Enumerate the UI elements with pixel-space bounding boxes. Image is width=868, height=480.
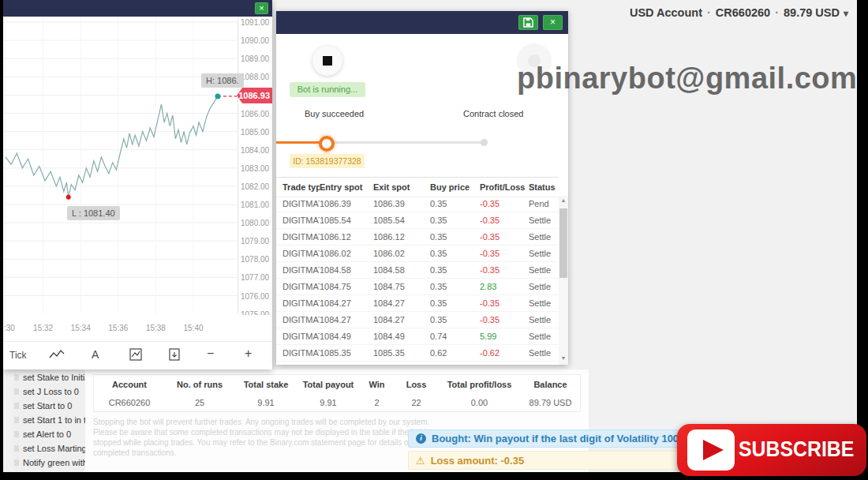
progress-track-active bbox=[276, 141, 325, 144]
summary-value: CR660260 bbox=[94, 398, 165, 407]
youtube-play-icon bbox=[687, 429, 735, 471]
download-icon[interactable] bbox=[169, 348, 180, 363]
table-cell: 1085.35 bbox=[373, 348, 430, 358]
table-cell: 1084.27 bbox=[320, 315, 373, 324]
table-cell: DIGITMAT bbox=[276, 298, 320, 308]
bot-status-badge: Bot is running... bbox=[290, 82, 365, 97]
close-icon[interactable]: × bbox=[255, 2, 268, 14]
save-icon[interactable] bbox=[518, 15, 538, 30]
menu-item[interactable]: set J Loss to 0 bbox=[13, 384, 85, 399]
x-axis-label: 15:34 bbox=[71, 324, 91, 332]
y-axis-label: 1077.00 bbox=[241, 273, 269, 282]
summary-column-header: Loss bbox=[395, 380, 438, 389]
summary-column-header: Total stake bbox=[234, 380, 297, 389]
bot-panel-titlebar[interactable]: × bbox=[276, 11, 568, 34]
step-contract-closed: Contract closed bbox=[463, 109, 523, 118]
table-scrollbar[interactable]: ▲ ▼ bbox=[559, 196, 568, 365]
menu-item[interactable]: Notify green with s..... bbox=[13, 456, 85, 470]
table-row: DIGITMAT1086.121086.120.35-0.35Settle bbox=[276, 229, 559, 246]
menu-item[interactable]: set Start to 0 bbox=[13, 399, 85, 413]
x-axis-label: 15:38 bbox=[146, 324, 166, 332]
table-cell: 1086.02 bbox=[373, 249, 430, 258]
summary-column-header: Win bbox=[359, 380, 395, 389]
trades-column-header: Trade type bbox=[276, 182, 320, 192]
table-row: DIGITMAT1084.491084.490.745.99Settle bbox=[276, 328, 559, 345]
table-cell: DIGITMAT bbox=[276, 249, 320, 258]
table-cell: Settle bbox=[529, 298, 559, 308]
y-axis: 1091.001090.001089.001088.001087.001086.… bbox=[241, 17, 272, 315]
table-cell: Pend bbox=[529, 199, 559, 208]
scroll-down-icon[interactable]: ▼ bbox=[559, 354, 568, 363]
chart-type-icon[interactable] bbox=[49, 349, 65, 362]
zoom-out-icon[interactable]: − bbox=[207, 347, 214, 361]
table-cell: -0.35 bbox=[480, 216, 529, 225]
y-axis-label: 1079.00 bbox=[241, 237, 269, 246]
separator-dot: · bbox=[707, 6, 711, 19]
table-cell: -0.35 bbox=[480, 315, 529, 324]
account-type: USD Account bbox=[630, 6, 702, 19]
summary-column-header: Account bbox=[94, 380, 165, 389]
account-selector[interactable]: USD Account·CR660260·89.79 USD▾ bbox=[630, 6, 848, 19]
x-axis-label: :30 bbox=[4, 324, 15, 332]
chart-window-titlebar[interactable]: × bbox=[3, 0, 272, 17]
stop-bot-disclaimer: Stopping the bot will prevent further tr… bbox=[93, 417, 432, 458]
table-cell: -0.35 bbox=[480, 199, 529, 208]
x-axis-label: 15:36 bbox=[108, 324, 128, 332]
menu-item[interactable]: set Stake to Initial bbox=[13, 370, 85, 384]
table-cell: DIGITMAT bbox=[276, 332, 320, 341]
summary-value: 89.79 USD bbox=[521, 398, 580, 407]
table-cell: DIGITMAT bbox=[276, 282, 320, 291]
letterbox-left bbox=[0, 0, 3, 480]
summary-card: AccountNo. of runsTotal stakeTotal payou… bbox=[93, 374, 581, 412]
indicators-icon[interactable] bbox=[129, 348, 142, 363]
stop-bot-button[interactable] bbox=[312, 46, 342, 76]
subscribe-button[interactable]: SUBSCRIBE bbox=[677, 424, 866, 476]
scrollbar-thumb[interactable] bbox=[559, 208, 567, 278]
menu-item[interactable]: set Alert to 0 bbox=[13, 427, 85, 441]
close-icon[interactable]: × bbox=[543, 15, 563, 30]
table-cell: 1086.39 bbox=[320, 199, 373, 208]
summary-value: 9.91 bbox=[297, 398, 359, 407]
table-cell: 1084.49 bbox=[373, 332, 430, 341]
table-cell: -0.62 bbox=[480, 348, 529, 358]
y-axis-label: 1090.00 bbox=[241, 36, 269, 45]
table-cell: 1084.75 bbox=[320, 282, 373, 291]
separator-dot: · bbox=[775, 6, 779, 19]
interval-selector[interactable]: Tick bbox=[9, 350, 27, 361]
disabled-run-button[interactable] bbox=[517, 43, 552, 78]
table-cell: 1084.27 bbox=[373, 298, 430, 308]
table-cell: 5.99 bbox=[480, 332, 529, 341]
table-cell: -0.35 bbox=[480, 298, 529, 308]
subscribe-label: SUBSCRIBE bbox=[739, 437, 854, 462]
high-tooltip: H: 1086. bbox=[201, 73, 244, 88]
play-triangle-icon bbox=[703, 440, 724, 460]
menu-item[interactable]: set Start 1 to in te bbox=[13, 413, 85, 427]
table-cell: 2.83 bbox=[480, 282, 529, 291]
y-axis-label: 1083.00 bbox=[241, 164, 269, 173]
table-row: DIGITMAT1084.271084.270.35-0.35Settle bbox=[276, 295, 559, 312]
y-axis-label: 1089.00 bbox=[241, 54, 269, 63]
menu-item[interactable]: set Loss Martingal bbox=[13, 441, 85, 456]
table-cell: Settle bbox=[529, 249, 559, 258]
table-row: DIGITMAT1086.021086.020.35-0.35Settle bbox=[276, 246, 559, 262]
screen: pbinarybot@gmail.com USD Account·CR66026… bbox=[0, 0, 868, 480]
y-axis-label: 1081.00 bbox=[241, 201, 269, 209]
table-row: DIGITMAT1086.391086.390.35-0.35Pend bbox=[276, 196, 559, 212]
table-cell: 1084.58 bbox=[320, 265, 373, 275]
blockly-flyout-menu: set Stake to Initialset J Loss to 0set S… bbox=[13, 370, 85, 471]
axis-divider bbox=[238, 17, 238, 313]
summary-column-header: No. of runs bbox=[165, 380, 234, 389]
table-cell: 1084.58 bbox=[373, 265, 430, 275]
summary-value: 0.00 bbox=[438, 398, 521, 407]
annotation-tool-icon[interactable]: A bbox=[92, 348, 99, 361]
loss-notification-text: Loss amount: -0.35 bbox=[431, 455, 524, 467]
zoom-in-icon[interactable]: + bbox=[245, 347, 252, 361]
table-cell: Settle bbox=[529, 332, 559, 341]
table-cell: Settle bbox=[529, 348, 559, 358]
table-cell: 0.35 bbox=[430, 282, 480, 291]
summary-column-header: Total profit/loss bbox=[438, 380, 521, 389]
y-axis-label: 1078.00 bbox=[241, 255, 269, 264]
table-row: DIGITMAT1084.581084.580.35-0.35Settle bbox=[276, 262, 559, 279]
scroll-up-icon[interactable]: ▲ bbox=[559, 196, 568, 205]
table-cell: -0.35 bbox=[480, 265, 529, 275]
